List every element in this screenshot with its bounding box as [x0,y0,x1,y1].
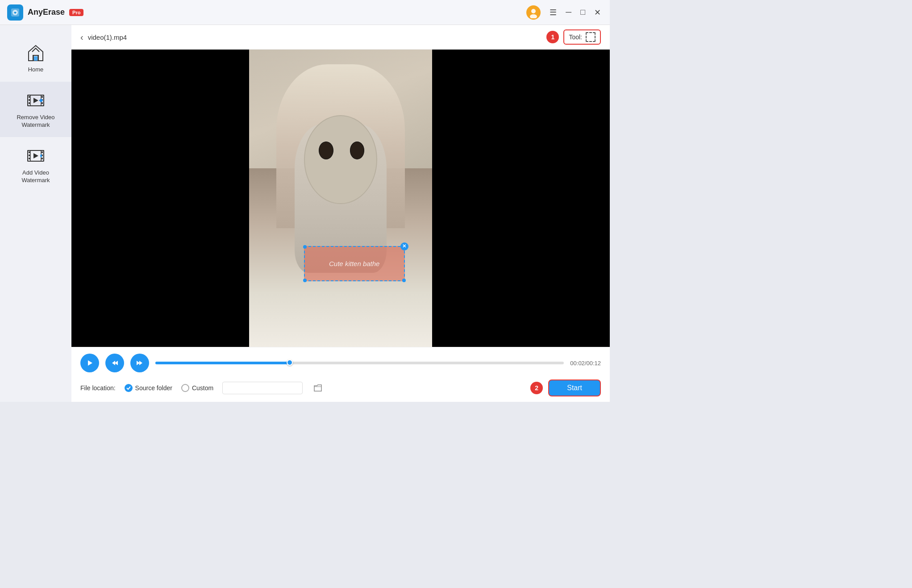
svg-rect-15 [42,102,43,104]
source-folder-label: Source folder [135,384,172,392]
sidebar-item-home[interactable]: Home [0,34,71,82]
svg-rect-25 [29,158,30,159]
file-location-label: File location: [80,384,116,392]
file-location-left: File location: Source folder Custom [80,382,322,394]
minimize-icon[interactable]: ─ [564,7,573,18]
remove-watermark-icon [25,90,46,111]
custom-radio[interactable] [181,384,189,392]
maximize-icon[interactable]: □ [579,7,587,18]
svg-marker-30 [88,360,92,366]
start-button[interactable]: Start [548,379,601,396]
titlebar-left: AnyErase Pro [7,4,83,21]
file-location-right: 2 Start [530,379,601,396]
custom-option[interactable]: Custom [181,384,213,392]
menu-icon[interactable]: ☰ [548,7,558,18]
folder-browse-icon[interactable] [313,384,322,392]
video-black-right [432,50,610,347]
home-icon [25,42,46,63]
back-button[interactable]: ‹ [80,32,83,42]
progress-thumb[interactable] [287,359,293,366]
svg-rect-11 [29,99,30,101]
handle-top-left[interactable] [303,245,307,249]
custom-label: Custom [192,384,213,392]
svg-marker-16 [33,98,38,103]
forward-button[interactable] [130,354,149,372]
svg-marker-32 [115,361,118,365]
sidebar: Home [0,25,71,402]
svg-rect-26 [42,151,43,153]
cat-eye-left [319,142,333,159]
content-header-left: ‹ video(1).mp4 [80,32,127,42]
svg-marker-34 [139,361,142,365]
svg-marker-31 [112,361,115,365]
watermark-text: Cute kitten bathe [329,260,379,267]
step2-badge: 2 [530,382,543,394]
source-folder-radio[interactable] [125,384,133,392]
video-placeholder: ✕ Cute kitten bathe [71,50,610,347]
svg-point-3 [531,9,536,13]
app-name: AnyErase [28,8,65,17]
source-folder-option[interactable]: Source folder [125,384,172,392]
sidebar-home-label: Home [28,66,44,74]
watermark-selection-box[interactable]: ✕ Cute kitten bathe [304,246,405,282]
video-area: ✕ Cute kitten bathe [71,50,610,347]
svg-rect-13 [42,96,43,98]
svg-rect-23 [29,151,30,153]
progress-bar-container[interactable] [155,362,564,364]
sidebar-remove-label: Remove VideoWatermark [17,114,54,129]
pro-badge: Pro [69,9,83,16]
svg-rect-10 [29,96,30,98]
video-content: ✕ Cute kitten bathe [249,50,432,347]
svg-rect-12 [29,102,30,104]
content-header-right: 1 Tool: [546,29,601,45]
step1-badge: 1 [546,31,559,43]
bottom-controls: 00:02/00:12 File location: Source folder… [71,347,610,402]
player-controls: 00:02/00:12 [80,354,601,372]
video-black-left [71,50,249,347]
svg-marker-29 [33,153,38,158]
sidebar-add-label: Add VideoWatermark [21,169,50,184]
time-display: 00:02/00:12 [570,360,601,367]
tool-label: Tool: [569,33,582,41]
handle-close[interactable]: ✕ [400,242,408,250]
svg-marker-33 [137,361,140,365]
play-button[interactable] [80,354,99,372]
cat-background: ✕ Cute kitten bathe [249,50,432,347]
content-header: ‹ video(1).mp4 1 Tool: [71,25,610,50]
window-controls: ☰ ─ □ ✕ [548,7,603,18]
svg-rect-28 [42,158,43,159]
svg-rect-24 [29,154,30,156]
titlebar: AnyErase Pro ☰ ─ □ ✕ [0,0,610,25]
main-layout: Home [0,25,610,402]
custom-path-input[interactable] [222,382,303,394]
cat-head [304,115,377,204]
selection-tool-icon[interactable] [586,32,596,42]
app-logo [7,4,23,21]
close-icon[interactable]: ✕ [592,7,603,18]
file-location-row: File location: Source folder Custom [80,379,601,396]
add-watermark-icon [25,145,46,167]
sidebar-item-add-watermark[interactable]: Add VideoWatermark [0,137,71,192]
content-area: ‹ video(1).mp4 1 Tool: [71,25,610,402]
file-name: video(1).mp4 [88,33,127,41]
avatar-icon[interactable] [526,5,541,20]
rewind-button[interactable] [105,354,124,372]
tool-selector[interactable]: Tool: [563,29,601,45]
titlebar-right: ☰ ─ □ ✕ [526,5,603,20]
sidebar-item-remove-watermark[interactable]: Remove VideoWatermark [0,82,71,137]
svg-rect-6 [34,56,37,61]
progress-bar-fill [155,362,290,364]
